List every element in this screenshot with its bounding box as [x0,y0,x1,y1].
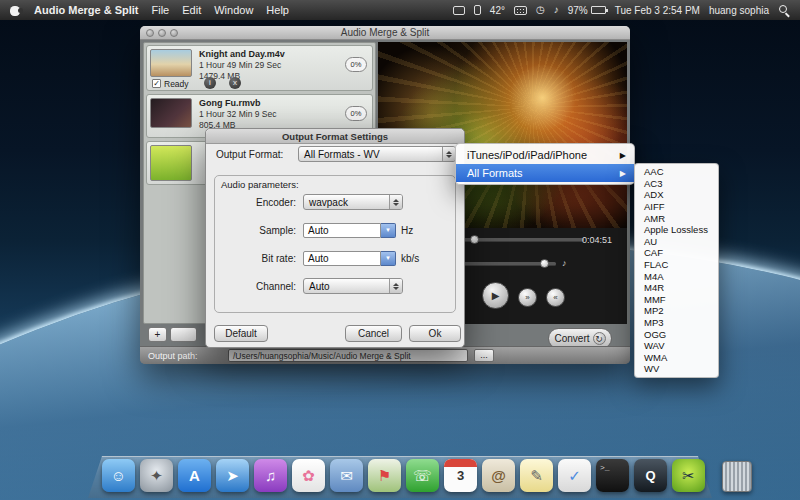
desktop: Audio Merge & Split File Edit Window Hel… [0,0,800,500]
channel-popup[interactable]: Auto [303,278,403,294]
file-name: Knight and Day.m4v [199,49,285,59]
app-menu[interactable]: Audio Merge & Split [34,4,139,16]
display-icon[interactable] [453,6,465,15]
menu-help[interactable]: Help [266,4,289,16]
info-button[interactable]: i [204,77,216,89]
bluetooth-icon[interactable] [474,5,481,15]
maps-icon[interactable]: ⚑ [368,459,401,492]
sample-input[interactable]: Auto [303,223,381,238]
notes-icon[interactable]: ✎ [520,459,553,492]
keyboard-icon[interactable] [514,6,527,15]
submenu-item-ogg[interactable]: OGG [635,328,718,340]
menu-bar: Audio Merge & Split File Edit Window Hel… [0,0,800,20]
bitrate-unit: kb/s [401,253,419,264]
menu-item-all-formats[interactable]: All Formats ▶ [456,164,634,182]
cancel-button[interactable]: Cancel [345,325,402,342]
submenu-item-aac[interactable]: AAC [635,166,718,178]
ok-button[interactable]: Ok [409,325,461,342]
battery-status[interactable]: 97% [568,5,606,16]
submenu-item-mp3[interactable]: MP3 [635,317,718,329]
datetime-status[interactable]: Tue Feb 3 2:54 PM [615,5,700,16]
file-list-item[interactable]: Knight and Day.m4v 1 Hour 49 Min 29 Sec … [146,45,373,91]
submenu-item-adx[interactable]: ADX [635,189,718,201]
play-button[interactable]: ▶ [482,282,509,309]
finder-icon[interactable]: ☺ [102,459,135,492]
dialog-title: Output Format Settings [206,129,464,144]
output-format-label: Output Format: [216,149,283,160]
safari-icon[interactable]: ➤ [216,459,249,492]
progress-badge: 0% [345,57,367,72]
close-window-button[interactable] [146,29,154,37]
sample-dropdown-button[interactable]: ▼ [381,223,396,238]
channel-value: Auto [309,281,330,292]
apple-menu-icon[interactable] [10,4,21,16]
mail-icon[interactable]: ✉ [330,459,363,492]
output-format-popup[interactable]: All Formats - WV [298,146,456,162]
clock-icon[interactable]: ◷ [536,5,545,15]
output-path-field[interactable]: /Users/huangsophia/Music/Audio Merge & S… [228,349,468,362]
menu-window[interactable]: Window [214,4,253,16]
user-menu[interactable]: huang sophia [709,5,769,16]
file-name: Gong Fu.rmvb [199,98,261,108]
submenu-item-au[interactable]: AU [635,236,718,248]
submenu-item-m4a[interactable]: M4A [635,270,718,282]
remove-file-button[interactable]: x [229,77,241,89]
seek-knob[interactable] [470,235,479,244]
menu-file[interactable]: File [152,4,170,16]
submenu-item-mp2[interactable]: MP2 [635,305,718,317]
submenu-item-ac3[interactable]: AC3 [635,178,718,190]
submenu-item-amr[interactable]: AMR [635,212,718,224]
traffic-lights [146,29,178,37]
default-button[interactable]: Default [214,325,268,342]
menu-item-itunes[interactable]: iTunes/iPod/iPad/iPhone ▶ [456,146,634,164]
previous-button[interactable]: « [546,288,565,307]
audio-merge-split-icon[interactable]: ✂ [672,459,705,492]
output-format-dialog: Output Format Settings Output Format: Al… [205,128,465,348]
output-bar: Output path: /Users/huangsophia/Music/Au… [140,346,630,364]
trash-icon[interactable] [722,461,752,492]
bitrate-label: Bit rate: [215,253,303,264]
volume-knob[interactable] [540,259,549,268]
spotlight-icon[interactable] [778,4,790,16]
calendar-icon[interactable]: 3 [444,459,477,492]
submenu-item-mmf[interactable]: MMF [635,294,718,306]
volume-icon[interactable]: ♪ [554,5,559,15]
file-duration: 1 Hour 49 Min 29 Sec [199,60,281,70]
sample-label: Sample: [215,225,303,236]
facetime-icon[interactable]: ☏ [406,459,439,492]
zoom-window-button[interactable] [170,29,178,37]
bitrate-dropdown-button[interactable]: ▼ [381,251,396,266]
popup-arrows-icon [389,279,402,293]
submenu-item-m4r[interactable]: M4R [635,282,718,294]
ready-checkbox[interactable]: ✓ [152,79,161,88]
format-submenu: AAC AC3 ADX AIFF AMR Apple Lossless AU C… [634,163,719,378]
submenu-item-aiff[interactable]: AIFF [635,201,718,213]
reminders-icon[interactable]: ✓ [558,459,591,492]
browse-button[interactable]: ... [474,349,494,362]
remove-button[interactable] [170,327,197,342]
contacts-icon[interactable]: @ [482,459,515,492]
menu-edit[interactable]: Edit [182,4,201,16]
itunes-icon[interactable]: ♫ [254,459,287,492]
launchpad-icon[interactable]: ✦ [140,459,173,492]
minimize-window-button[interactable] [158,29,166,37]
bitrate-input[interactable]: Auto [303,251,381,266]
audio-parameters-group: Audio parameters: Encoder: wavpack Sampl… [214,175,456,313]
video-thumbnail [150,49,192,77]
add-file-button[interactable]: + [148,327,167,342]
submenu-item-caf[interactable]: CAF [635,247,718,259]
submenu-item-wv[interactable]: WV [635,363,718,375]
submenu-item-apple-lossless[interactable]: Apple Lossless [635,224,718,236]
quicktime-icon[interactable]: Q [634,459,667,492]
app-store-icon[interactable]: A [178,459,211,492]
temperature-status[interactable]: 42° [490,5,505,16]
encoder-popup[interactable]: wavpack [303,194,403,210]
photos-icon[interactable]: ✿ [292,459,325,492]
submenu-item-wav[interactable]: WAV [635,340,718,352]
next-button[interactable]: » [518,288,537,307]
submenu-item-flac[interactable]: FLAC [635,259,718,271]
popup-arrows-icon [442,147,455,161]
terminal-icon[interactable]: >_ [596,459,629,492]
output-format-value: All Formats - WV [304,149,380,160]
submenu-item-wma[interactable]: WMA [635,352,718,364]
